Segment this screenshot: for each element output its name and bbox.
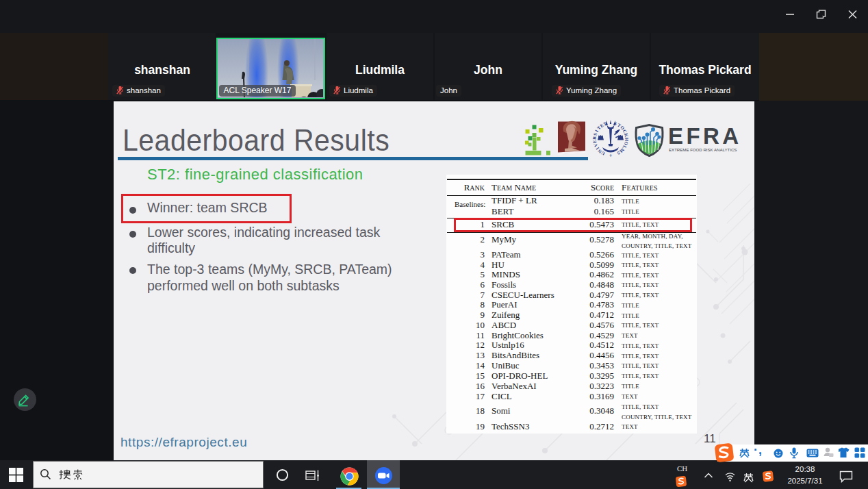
svg-text:EFRA: EFRA	[668, 123, 741, 149]
svg-text:+: +	[609, 152, 612, 158]
svg-text:EXTREME FOOD RISK ANALYTICS: EXTREME FOOD RISK ANALYTICS	[669, 147, 737, 151]
